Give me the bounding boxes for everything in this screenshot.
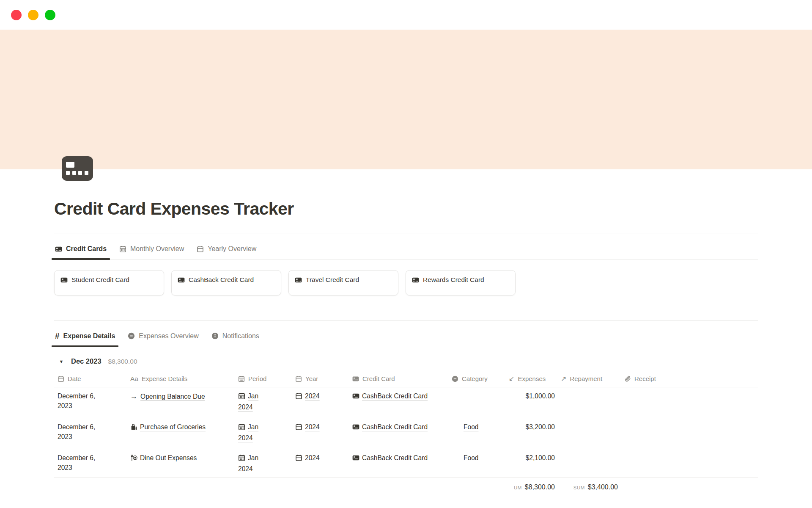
calendar-grid-icon [238, 423, 245, 433]
column-header-period[interactable]: Period [235, 375, 292, 382]
group-header-dec-2023: ▼ Dec 2023 $8,300.00 [54, 357, 758, 365]
calendar-icon [295, 454, 302, 464]
cell-repayment[interactable] [557, 422, 621, 449]
credit-card-link[interactable]: CashBack Credit Card [362, 454, 428, 461]
year-link[interactable]: 2024 [305, 454, 320, 461]
window-zoom-button[interactable] [45, 10, 55, 20]
shopping-bag-icon [130, 423, 137, 433]
cell-category[interactable] [448, 392, 505, 418]
cell-period: Jan 2024 [235, 422, 292, 449]
cell-year: 2024 [292, 392, 349, 418]
tab-label: Monthly Overview [130, 245, 184, 253]
group-toggle-icon[interactable]: ▼ [58, 359, 64, 364]
arrow-right-icon: → [130, 392, 137, 402]
table-row: December 6, 2023 Dine Out Expenses Jan 2… [54, 449, 758, 478]
year-link[interactable]: 2024 [305, 423, 320, 431]
category-link[interactable]: Food [464, 423, 479, 431]
card-title: CashBack Credit Card [189, 276, 254, 284]
cell-repayment[interactable] [557, 392, 621, 418]
tab-monthly-overview[interactable]: Monthly Overview [118, 245, 185, 260]
credit-card-icon [55, 246, 62, 253]
paperclip-icon [624, 375, 631, 382]
text-icon: Aa [130, 375, 138, 383]
page-content: Credit Card Expenses Tracker Credit Card… [0, 197, 812, 491]
calendar-icon [295, 392, 302, 403]
cell-expense-details: Dine Out Expenses [127, 453, 235, 477]
card-cashback-credit-card[interactable]: CashBack Credit Card [171, 270, 281, 295]
arrow-down-left-icon: ↙ [509, 375, 514, 382]
cell-expense-details: →Opening Balance Due [127, 392, 235, 418]
cell-period: Jan 2024 [235, 453, 292, 477]
card-rewards-credit-card[interactable]: Rewards Credit Card [406, 270, 516, 295]
column-header-credit-card[interactable]: Credit Card [349, 375, 448, 382]
cell-credit-card: CashBack Credit Card [349, 392, 448, 418]
group-label: Dec 2023 [71, 357, 102, 365]
calendar-icon [197, 246, 204, 253]
tab-label: Notifications [222, 332, 259, 340]
expenses-sum[interactable]: UM$8,300.00 [505, 483, 557, 491]
credit-card-link[interactable]: CashBack Credit Card [362, 392, 428, 400]
column-header-year[interactable]: Year [292, 375, 349, 382]
cell-year: 2024 [292, 422, 349, 449]
repayment-sum[interactable]: SUM$3,400.00 [557, 483, 621, 491]
cell-receipt[interactable] [621, 392, 758, 418]
table-footer-row: UM$8,300.00 SUM$3,400.00 [54, 478, 758, 491]
tab-yearly-overview[interactable]: Yearly Overview [196, 245, 257, 260]
cell-category: Food [448, 422, 505, 449]
table-header-row: Date Aa Expense Details Period Year Cred… [54, 370, 758, 387]
cell-receipt[interactable] [621, 422, 758, 449]
cell-receipt[interactable] [621, 453, 758, 477]
sum-label: SUM [573, 485, 585, 490]
tab-credit-cards[interactable]: Credit Cards [54, 245, 107, 260]
tab-expense-details[interactable]: # Expense Details [54, 332, 116, 347]
tab-label: Yearly Overview [208, 245, 256, 253]
cell-repayment[interactable] [557, 453, 621, 477]
cell-date[interactable]: December 6, 2023 [54, 392, 127, 418]
cell-expenses[interactable]: $3,200.00 [505, 422, 557, 449]
credit-card-icon [178, 276, 185, 284]
year-link[interactable]: 2024 [305, 392, 320, 400]
tab-expenses-overview[interactable]: Expenses Overview [127, 332, 199, 347]
card-title: Student Credit Card [71, 276, 129, 284]
column-header-category[interactable]: Category [448, 375, 505, 382]
cell-credit-card: CashBack Credit Card [349, 422, 448, 449]
tab-notifications[interactable]: Notifications [211, 332, 260, 347]
minus-circle-icon [452, 375, 458, 382]
column-header-expenses[interactable]: ↙ Expenses [505, 375, 557, 382]
page-icon-credit-card[interactable] [62, 156, 93, 181]
credit-card-icon [352, 454, 359, 464]
calendar-icon [58, 375, 64, 382]
card-travel-credit-card[interactable]: Travel Credit Card [288, 270, 398, 295]
expense-details-link[interactable]: Opening Balance Due [140, 393, 205, 400]
credit-card-dots [66, 171, 88, 175]
credit-card-icon [352, 392, 359, 403]
tab-label: Expenses Overview [139, 332, 198, 340]
window-minimize-button[interactable] [28, 10, 38, 20]
credit-card-gallery: Student Credit Card CashBack Credit Card… [54, 270, 758, 295]
cell-date[interactable]: December 6, 2023 [54, 453, 127, 477]
calendar-grid-icon [238, 375, 245, 382]
cell-expenses[interactable]: $2,100.00 [505, 453, 557, 477]
credit-card-link[interactable]: CashBack Credit Card [362, 423, 428, 431]
page-cover [0, 30, 812, 169]
page-title[interactable]: Credit Card Expenses Tracker [54, 197, 758, 220]
window-close-button[interactable] [11, 10, 22, 20]
arrow-up-right-icon: ↗ [561, 375, 566, 382]
info-circle-icon [211, 332, 219, 340]
credit-card-icon [412, 276, 419, 284]
column-header-date[interactable]: Date [54, 375, 127, 382]
column-header-expense-details[interactable]: Aa Expense Details [127, 375, 235, 383]
credit-card-icon [295, 276, 302, 284]
expense-details-link[interactable]: Purchase of Groceries [140, 423, 206, 431]
column-header-repayment[interactable]: ↗ Repayment [557, 375, 621, 382]
category-link[interactable]: Food [464, 454, 479, 461]
cell-expenses[interactable]: $1,000.00 [505, 392, 557, 418]
card-student-credit-card[interactable]: Student Credit Card [54, 270, 164, 295]
sum-value: $3,400.00 [588, 483, 618, 491]
cell-date[interactable]: December 6, 2023 [54, 422, 127, 449]
table-row: December 6, 2023 Purchase of Groceries J… [54, 418, 758, 449]
calendar-grid-icon [238, 454, 245, 464]
column-header-receipt[interactable]: Receipt [621, 375, 758, 382]
credit-card-chip [66, 162, 74, 168]
expense-details-link[interactable]: Dine Out Expenses [140, 454, 197, 461]
